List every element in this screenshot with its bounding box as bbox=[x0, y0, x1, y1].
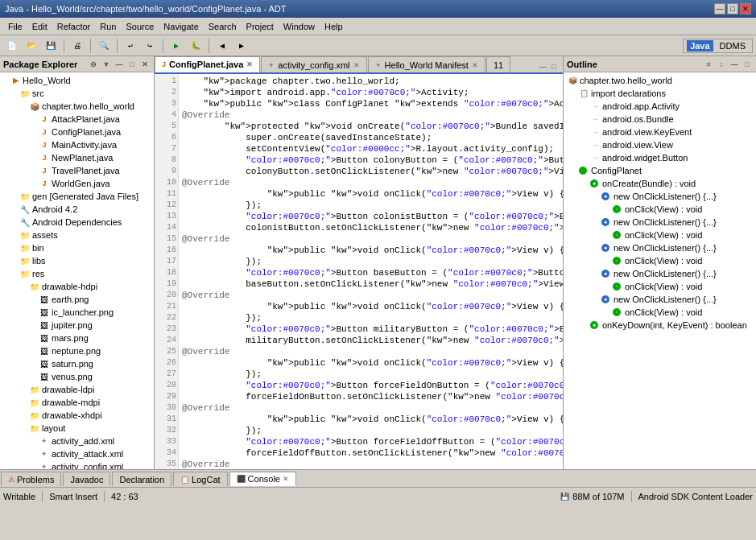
bottom-tab-javadoc[interactable]: Javadoc bbox=[63, 472, 110, 486]
outline-item[interactable]: ●new OnClickListener() {...} bbox=[564, 190, 756, 203]
toolbar-undo-btn[interactable]: ↩ bbox=[122, 38, 139, 54]
tab-manifest-close[interactable]: ✕ bbox=[472, 61, 478, 69]
tree-item[interactable]: 🔧Android Dependencies bbox=[0, 216, 154, 229]
menu-search[interactable]: Search bbox=[204, 20, 242, 33]
tree-item[interactable]: ▶Hello_World bbox=[0, 74, 154, 87]
bottom-tab-declaration[interactable]: Declaration bbox=[112, 472, 171, 486]
tree-item[interactable]: JMainActivity.java bbox=[0, 138, 154, 151]
toolbar-search-btn[interactable]: 🔍 bbox=[95, 38, 113, 54]
tree-item[interactable]: ✦activity_attack.xml bbox=[0, 447, 154, 460]
tree-item[interactable]: JTravelPlanet.java bbox=[0, 164, 154, 177]
tree-item[interactable]: 📁res bbox=[0, 267, 154, 280]
outline-item[interactable]: ●new OnClickListener() {...} bbox=[564, 267, 756, 280]
menu-navigate[interactable]: Navigate bbox=[159, 20, 203, 33]
tree-item[interactable]: 📁assets bbox=[0, 229, 154, 241]
tree-item[interactable]: ✦activity_add.xml bbox=[0, 435, 154, 447]
outline-item[interactable]: ●new OnClickListener() {...} bbox=[564, 241, 756, 254]
tab-config-planet-close[interactable]: ✕ bbox=[246, 60, 253, 68]
tree-item[interactable]: 📁gen [Generated Java Files] bbox=[0, 190, 154, 203]
outline-sort-icon[interactable]: ↕ bbox=[716, 59, 727, 70]
tree-item[interactable]: JConfigPlanet.java bbox=[0, 126, 154, 138]
outline-item[interactable]: ●new OnClickListener() {...} bbox=[564, 216, 756, 229]
toolbar-print-btn[interactable]: 🖨 bbox=[68, 38, 86, 54]
tree-item[interactable]: 🖼ic_launcher.png bbox=[0, 306, 154, 319]
outline-item[interactable]: ●new OnClickListener() {...} bbox=[564, 293, 756, 306]
tree-item[interactable]: 🖼venus.png bbox=[0, 370, 154, 383]
tree-item[interactable]: JWorldGen.java bbox=[0, 177, 154, 190]
toolbar-open-btn[interactable]: 📂 bbox=[23, 38, 40, 54]
editor-maximize-icon[interactable]: □ bbox=[548, 61, 560, 72]
outline-item[interactable]: ●onCreate(Bundle) : void bbox=[564, 177, 756, 190]
ddms-perspective-btn[interactable]: DDMS bbox=[717, 40, 749, 52]
menu-edit[interactable]: Edit bbox=[27, 20, 52, 33]
tree-item[interactable]: 🖼saturn.png bbox=[0, 357, 154, 370]
tree-item[interactable]: 🖼mars.png bbox=[0, 332, 154, 344]
menu-file[interactable]: File bbox=[3, 20, 27, 33]
collapse-all-icon[interactable]: ⊖ bbox=[88, 59, 99, 70]
outline-item[interactable]: →android.widget.Button bbox=[564, 151, 756, 164]
tree-item[interactable]: 🖼jupiter.png bbox=[0, 319, 154, 332]
outline-item[interactable]: ConfigPlanet bbox=[564, 164, 756, 177]
bottom-tab-problems[interactable]: ⚠ Problems bbox=[1, 472, 61, 486]
toolbar-prev-btn[interactable]: ◀ bbox=[213, 38, 231, 54]
menu-refactor[interactable]: Refactor bbox=[52, 20, 96, 33]
tree-item[interactable]: 📁src bbox=[0, 87, 154, 100]
toolbar-redo-btn[interactable]: ↪ bbox=[141, 38, 159, 54]
java-perspective-btn[interactable]: Java bbox=[687, 40, 713, 52]
tree-item[interactable]: 🖼neptune.png bbox=[0, 344, 154, 357]
tree-item[interactable]: ✦activity_config.xml bbox=[0, 460, 154, 469]
menu-run[interactable]: Run bbox=[95, 20, 121, 33]
tree-item[interactable]: JAttackPlanet.java bbox=[0, 113, 154, 126]
menu-window[interactable]: Window bbox=[279, 20, 320, 33]
tree-item[interactable]: 📁drawable-mdpi bbox=[0, 396, 154, 409]
tree-item[interactable]: 📁drawable-ldpi bbox=[0, 383, 154, 396]
outline-item[interactable]: ◦onClick(View) : void bbox=[564, 306, 756, 319]
editor-minimize-icon[interactable]: — bbox=[537, 61, 548, 72]
bottom-tab-logcat[interactable]: 📋 LogCat bbox=[173, 472, 227, 486]
tree-item[interactable]: 📁drawable-hdpi bbox=[0, 280, 154, 293]
tab-extra[interactable]: 11 bbox=[486, 56, 510, 72]
toolbar-next-btn[interactable]: ▶ bbox=[233, 38, 250, 54]
toolbar-run-btn[interactable]: ▶ bbox=[167, 38, 185, 54]
outline-maximize-icon[interactable]: □ bbox=[742, 59, 753, 70]
minimize-button[interactable]: — bbox=[714, 3, 725, 14]
bottom-tab-console[interactable]: ⬛ Console ✕ bbox=[229, 472, 296, 486]
outline-item[interactable]: ◦onClick(View) : void bbox=[564, 254, 756, 267]
tab-manifest[interactable]: ✦ Hello_World Manifest ✕ bbox=[368, 56, 485, 72]
package-tree[interactable]: ▶Hello_World📁src📦chapter.two.hello_world… bbox=[0, 72, 154, 469]
tab-activity-config[interactable]: ✦ activity_config.xml ✕ bbox=[261, 56, 366, 72]
outline-item[interactable]: →android.view.View bbox=[564, 138, 756, 151]
outline-hide-fields-icon[interactable]: ≡ bbox=[703, 59, 714, 70]
tree-item[interactable]: 🔧Android 4.2 bbox=[0, 203, 154, 216]
tree-item[interactable]: 📁drawable-xhdpi bbox=[0, 409, 154, 422]
close-button[interactable]: ✕ bbox=[740, 3, 751, 14]
minimize-panel-icon[interactable]: — bbox=[114, 59, 125, 70]
outline-item[interactable]: →android.app.Activity bbox=[564, 100, 756, 113]
menu-source[interactable]: Source bbox=[121, 20, 159, 33]
outline-item[interactable]: ●onKeyDown(int, KeyEvent) : boolean bbox=[564, 319, 756, 332]
maximize-button[interactable]: □ bbox=[727, 3, 738, 14]
outline-item[interactable]: ◦onClick(View) : void bbox=[564, 280, 756, 293]
outline-item[interactable]: →android.os.Bundle bbox=[564, 113, 756, 126]
tree-item[interactable]: 📦chapter.two.hello_world bbox=[0, 100, 154, 113]
tree-item[interactable]: 🖼earth.png bbox=[0, 293, 154, 306]
tab-activity-config-close[interactable]: ✕ bbox=[353, 61, 360, 69]
tab-config-planet[interactable]: J ConfigPlanet.java ✕ bbox=[155, 56, 260, 72]
outline-item[interactable]: ◦onClick(View) : void bbox=[564, 203, 756, 216]
tree-item[interactable]: 📁libs bbox=[0, 254, 154, 267]
tree-item[interactable]: 📁bin bbox=[0, 241, 154, 254]
toolbar-save-btn[interactable]: 💾 bbox=[42, 38, 60, 54]
menu-project[interactable]: Project bbox=[242, 20, 279, 33]
toolbar-debug-btn[interactable]: 🐛 bbox=[187, 38, 204, 54]
menu-help[interactable]: Help bbox=[320, 20, 348, 33]
view-menu-icon[interactable]: ▼ bbox=[101, 59, 112, 70]
tree-item[interactable]: JNewPlanet.java bbox=[0, 151, 154, 164]
tree-item[interactable]: 📁layout bbox=[0, 422, 154, 435]
outline-item[interactable]: →android.view.KeyEvent bbox=[564, 126, 756, 138]
outline-item[interactable]: ◦onClick(View) : void bbox=[564, 229, 756, 241]
toolbar-new-btn[interactable]: 📄 bbox=[3, 38, 21, 54]
maximize-panel-icon[interactable]: □ bbox=[126, 59, 138, 70]
outline-minimize-icon[interactable]: — bbox=[729, 59, 740, 70]
outline-item[interactable]: 📦chapter.two.hello_world bbox=[564, 74, 756, 87]
outline-item[interactable]: 📋import declarations bbox=[564, 87, 756, 100]
